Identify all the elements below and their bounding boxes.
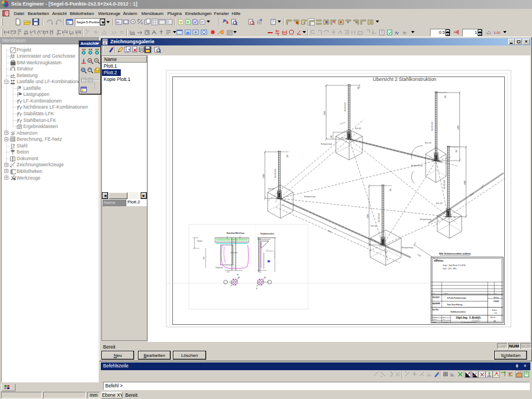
svg-text:Rohr 60.3x3.6: Rohr 60.3x3.6 bbox=[443, 180, 446, 189]
svg-text:Gezeich.: Gezeich. bbox=[432, 316, 437, 318]
svg-text:MATERIAL:: MATERIAL: bbox=[434, 260, 444, 262]
svg-text:Einspannung: Einspannung bbox=[420, 218, 431, 221]
svg-text:BauTEIL :: BauTEIL : bbox=[432, 309, 439, 311]
svg-text:Rohr 60.3x3.6: Rohr 60.3x3.6 bbox=[344, 102, 346, 111]
svg-text:Rohr d30: Rohr d30 bbox=[268, 188, 274, 190]
svg-text:Geprüft: Geprüft bbox=[432, 319, 437, 320]
svg-text:Verguss: Verguss bbox=[197, 240, 203, 242]
svg-text:Aufnahme: Aufnahme bbox=[339, 121, 346, 125]
svg-text:m: m bbox=[116, 21, 119, 24]
svg-text:Rohr 60.3x3.6: Rohr 60.3x3.6 bbox=[378, 213, 380, 222]
svg-text:Übersicht 2 Stahlkonstruktion: Übersicht 2 Stahlkonstruktion bbox=[373, 76, 437, 82]
svg-text:2500: 2500 bbox=[367, 214, 369, 218]
svg-text:200: 200 bbox=[444, 95, 447, 98]
svg-text:Einspannung: Einspannung bbox=[304, 196, 315, 198]
svg-text:500: 500 bbox=[203, 257, 205, 259]
svg-text:2500: 2500 bbox=[417, 253, 422, 257]
svg-text:Einspannung: Einspannung bbox=[321, 143, 332, 145]
svg-text:A: A bbox=[237, 274, 238, 276]
svg-text:13/005: 13/005 bbox=[493, 300, 499, 303]
svg-text:Namen: Namen bbox=[444, 293, 448, 294]
svg-text:Aufn. d30: Aufn. d30 bbox=[436, 202, 443, 204]
svg-text:168: 168 bbox=[259, 272, 262, 273]
svg-text:01: 01 bbox=[494, 320, 496, 323]
svg-text:Auftrag: Auftrag bbox=[494, 296, 499, 299]
svg-text:Segel - Typ4 (Rund #2,5-48-N: Segel - Typ4 (Rund #2,5-48-N) bbox=[443, 264, 466, 267]
svg-text:Tel. 0000-00000 Fax 000000: Tel. 0000-00000 Fax 000000 bbox=[461, 321, 477, 323]
svg-text:1,50: 1,50 bbox=[494, 312, 497, 314]
svg-text:PROJEKT :: PROJEKT : bbox=[432, 296, 441, 299]
svg-text:3500: 3500 bbox=[328, 229, 332, 233]
svg-text:Rohrdübel M20 4.5mm: Rohrdübel M20 4.5mm bbox=[227, 232, 244, 234]
svg-text:3500: 3500 bbox=[263, 174, 265, 178]
svg-text:200: 200 bbox=[456, 150, 458, 152]
svg-text:fv: fv bbox=[395, 30, 399, 35]
svg-text:200: 200 bbox=[390, 188, 392, 191]
svg-text:By: By bbox=[443, 316, 446, 318]
svg-text:1.50: 1.50 bbox=[494, 31, 500, 34]
svg-text:Rohr 60.3x3.6: Rohr 60.3x3.6 bbox=[431, 121, 433, 131]
svg-text:Einspannung: Einspannung bbox=[411, 165, 422, 167]
svg-text:200: 200 bbox=[357, 86, 360, 89]
svg-text:Fam. Kein Höning: Fam. Kein Höning bbox=[447, 304, 462, 306]
svg-text:Aufn. d30: Aufn. d30 bbox=[425, 142, 432, 144]
svg-text:Blatt Nr: Blatt Nr bbox=[490, 316, 495, 319]
svg-text:4400: 4400 bbox=[457, 125, 459, 130]
svg-text:xx: xx bbox=[495, 293, 497, 294]
svg-text:Einspannung: Einspannung bbox=[402, 247, 413, 249]
svg-text:Rohr 60.3x3.6: Rohr 60.3x3.6 bbox=[274, 168, 277, 178]
svg-text:Rohr d30: Rohr d30 bbox=[371, 225, 377, 227]
svg-text:Stahl - 235+-, BPa: Stahl - 235+-, BPa bbox=[443, 268, 457, 270]
svg-text:BAUHERR: BAUHERR bbox=[432, 303, 440, 305]
svg-text:Alle Schweissnähte a=4mm: Alle Schweissnähte a=4mm bbox=[439, 252, 471, 255]
svg-text:Rohr d30: Rohr d30 bbox=[355, 127, 361, 130]
svg-text:Kopfplattenübers.: Kopfplattenübers. bbox=[260, 233, 275, 235]
svg-text:13.03.12: 13.03.12 bbox=[443, 321, 449, 323]
svg-text:Stahlkonstruktion: Stahlkonstruktion bbox=[451, 311, 466, 313]
svg-text:Rohr 60.3x3.6: Rohr 60.3x3.6 bbox=[274, 249, 275, 258]
svg-text:219: 219 bbox=[227, 271, 229, 273]
svg-text:xx: xx bbox=[488, 293, 490, 294]
svg-text:B: B bbox=[256, 288, 257, 290]
svg-text:Datum: Datum bbox=[432, 321, 436, 323]
svg-text:By: By bbox=[443, 319, 446, 320]
svg-text:5-Punkt Schattensegel: 5-Punkt Schattensegel bbox=[447, 297, 466, 299]
svg-text:4000: 4000 bbox=[469, 192, 474, 196]
svg-text:F: F bbox=[12, 132, 16, 136]
svg-text:200: 200 bbox=[287, 155, 289, 157]
svg-text:Drehansatz: Drehansatz bbox=[216, 267, 223, 269]
svg-text:fv: fv bbox=[403, 30, 407, 35]
svg-text:40: 40 bbox=[267, 249, 268, 250]
svg-text:400: 400 bbox=[330, 135, 332, 138]
svg-text:1L: 1L bbox=[450, 373, 454, 377]
svg-text:Einheit: Einheit bbox=[492, 309, 497, 311]
svg-text:3500: 3500 bbox=[324, 111, 326, 115]
svg-text:4400: 4400 bbox=[464, 181, 466, 185]
